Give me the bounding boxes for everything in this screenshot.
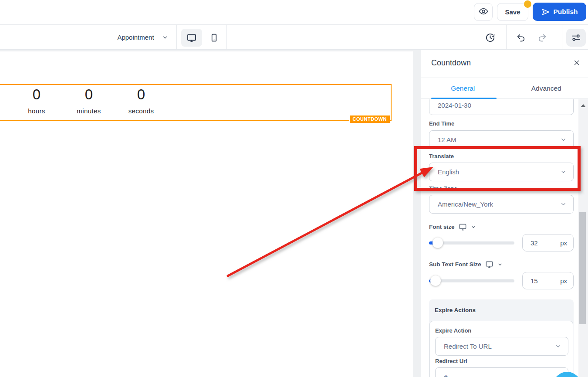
undo-button[interactable]	[512, 29, 530, 47]
countdown-seconds-label: seconds	[115, 107, 167, 115]
redirect-url-label: Redirect Url	[435, 358, 467, 364]
expire-action-label: Expire Action	[435, 327, 471, 334]
font-size-row: Font size	[429, 223, 476, 231]
panel-title: Countdown	[431, 58, 471, 68]
scroll-up-arrow-icon[interactable]	[581, 104, 586, 107]
end-time-dropdown[interactable]: 12 AM	[429, 130, 574, 149]
publish-button-label: Publish	[554, 8, 578, 16]
time-zone-dropdown[interactable]: America/New_York	[429, 195, 574, 214]
eye-icon	[479, 7, 488, 18]
divider	[107, 25, 107, 49]
redirect-url-input[interactable]	[435, 367, 568, 377]
save-button-label: Save	[505, 8, 520, 16]
tab-general[interactable]: General	[421, 78, 505, 98]
tab-advanced[interactable]: Advanced	[505, 78, 588, 98]
chevron-down-icon	[560, 136, 567, 143]
save-button[interactable]: Save	[497, 3, 528, 21]
font-size-slider[interactable]	[429, 238, 514, 248]
slider-thumb[interactable]	[433, 238, 443, 248]
redo-button[interactable]	[533, 29, 551, 47]
element-type-badge: COUNTDOWN	[349, 115, 390, 123]
end-date-input[interactable]	[429, 99, 574, 115]
desktop-view-button[interactable]	[181, 29, 202, 47]
undo-icon	[516, 33, 526, 43]
page-selector-dropdown[interactable]: Appointment	[109, 25, 176, 49]
chevron-down-icon	[560, 201, 567, 207]
divider	[562, 25, 562, 49]
expire-actions-title: Expire Actions	[435, 307, 476, 313]
device-desktop-icon[interactable]	[485, 260, 493, 268]
close-panel-button[interactable]	[573, 59, 581, 67]
unsaved-changes-badge	[524, 0, 531, 8]
end-time-value: 12 AM	[438, 136, 456, 143]
page-builder-app: Save Publish Appointment	[0, 0, 588, 377]
publish-button[interactable]: Publish	[533, 3, 586, 21]
editor-toolbar: Appointment	[0, 25, 588, 50]
element-settings-panel: Countdown General Advanced End Time 12 A…	[421, 49, 588, 377]
expire-action-value: Redirect To URL	[444, 343, 492, 350]
history-clock-icon	[485, 33, 495, 43]
panel-tabs: General Advanced	[421, 78, 588, 99]
tab-general-label: General	[451, 85, 475, 92]
end-time-label: End Time	[429, 120, 454, 127]
chevron-down-icon	[560, 169, 567, 175]
slider-thumb[interactable]	[430, 275, 441, 286]
sub-text-font-size-row: Sub Text Font Size	[429, 260, 503, 268]
sub-text-font-size-label: Sub Text Font Size	[429, 261, 481, 268]
page-selector-value: Appointment	[117, 34, 154, 41]
close-icon	[573, 61, 581, 68]
translate-value: English	[438, 168, 459, 176]
device-desktop-icon[interactable]	[459, 223, 467, 231]
sub-text-font-size-slider[interactable]	[429, 275, 514, 286]
divider	[506, 25, 507, 49]
desktop-icon	[186, 33, 197, 43]
countdown-widget[interactable]: 0 hours 0 minutes 0 seconds	[10, 85, 167, 115]
divider	[226, 25, 227, 49]
sub-text-font-size-unit: px	[560, 277, 567, 285]
sliders-icon	[571, 33, 581, 43]
countdown-seconds-unit: 0 seconds	[115, 85, 167, 115]
divider	[176, 25, 177, 49]
panel-scroll-content: End Time 12 AM Translate English Time Zo…	[421, 99, 588, 377]
countdown-seconds-value: 0	[115, 85, 167, 104]
sub-text-font-size-value[interactable]: 15	[531, 277, 538, 285]
font-size-unit: px	[560, 239, 567, 247]
time-zone-value: America/New_York	[438, 200, 493, 208]
sub-text-font-size-value-box[interactable]: 15 px	[522, 272, 574, 289]
countdown-minutes-label: minutes	[63, 107, 115, 115]
time-zone-label: Time Zone	[429, 185, 457, 192]
expire-actions-section: Expire Actions Expire Action Redirect To…	[429, 299, 574, 377]
version-history-button[interactable]	[480, 29, 500, 47]
page-canvas[interactable]: COUNTDOWN 0 hours 0 minutes 0 seconds	[0, 51, 413, 377]
countdown-minutes-value: 0	[63, 85, 115, 104]
chevron-down-icon[interactable]	[497, 262, 503, 267]
countdown-minutes-unit: 0 minutes	[63, 85, 115, 115]
slider-track[interactable]	[429, 279, 514, 282]
font-size-value-box[interactable]: 32 px	[522, 234, 574, 251]
panel-header: Countdown	[421, 49, 588, 78]
panel-scrollbar[interactable]	[578, 99, 588, 377]
chevron-down-icon	[555, 343, 561, 350]
chevron-down-icon	[162, 34, 168, 41]
translate-label: Translate	[429, 153, 454, 160]
expire-actions-card: Expire Action Redirect To URL Redirect U…	[429, 321, 573, 377]
expire-action-dropdown[interactable]: Redirect To URL	[435, 337, 568, 356]
redo-icon	[537, 33, 547, 43]
tab-advanced-label: Advanced	[531, 85, 561, 92]
active-tab-indicator	[431, 98, 497, 99]
font-size-value[interactable]: 32	[531, 239, 538, 247]
countdown-hours-label: hours	[10, 107, 63, 115]
translate-dropdown[interactable]: English	[429, 163, 574, 181]
countdown-hours-unit: 0 hours	[10, 85, 63, 115]
chevron-down-icon[interactable]	[471, 224, 476, 230]
scrollbar-thumb[interactable]	[579, 212, 586, 324]
settings-panel-toggle-button[interactable]	[566, 29, 586, 47]
top-header: Save Publish	[0, 0, 588, 25]
font-size-label: Font size	[429, 224, 455, 230]
send-icon	[541, 8, 550, 16]
preview-button[interactable]	[474, 3, 493, 21]
mobile-view-button[interactable]	[205, 29, 223, 47]
mobile-icon	[210, 33, 219, 42]
countdown-hours-value: 0	[10, 85, 63, 104]
